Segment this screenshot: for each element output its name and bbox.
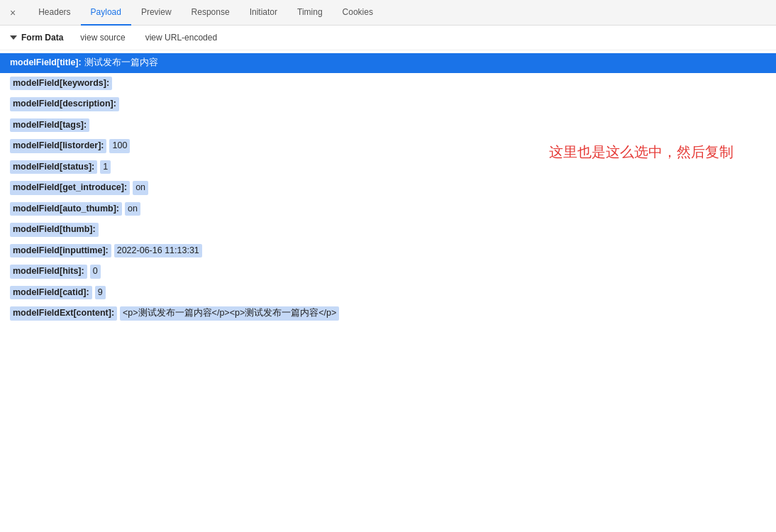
field-key-status: modelField[status]: bbox=[10, 160, 97, 174]
field-value-status: 1 bbox=[100, 160, 111, 174]
field-key-listorder: modelField[listorder]: bbox=[10, 139, 106, 153]
form-row-listorder: modelField[listorder]: 100 bbox=[0, 135, 776, 157]
form-row-hits: modelField[hits]: 0 bbox=[0, 261, 776, 282]
tab-initiator[interactable]: Initiator bbox=[240, 0, 287, 26]
view-url-encoded-link[interactable]: view URL-encoded bbox=[143, 31, 220, 44]
field-key-description: modelField[description]: bbox=[10, 97, 119, 111]
field-key-get-introduce: modelField[get_introduce]: bbox=[10, 181, 130, 195]
tab-timing[interactable]: Timing bbox=[287, 0, 333, 26]
view-source-link[interactable]: view source bbox=[77, 31, 128, 44]
field-value-catid: 9 bbox=[95, 286, 106, 300]
form-row-title: modelField[title]: 测试发布一篇内容 bbox=[0, 53, 776, 73]
field-value-listorder: 100 bbox=[109, 139, 130, 153]
tab-response[interactable]: Response bbox=[182, 0, 240, 26]
field-key-hits: modelField[hits]: bbox=[10, 265, 87, 279]
form-data-label: Form Data bbox=[21, 33, 63, 43]
form-row-content: modelFieldExt[content]: <p>测试发布一篇内容</p><… bbox=[0, 303, 776, 324]
form-row-thumb: modelField[thumb]: bbox=[0, 219, 776, 240]
field-key-auto-thumb: modelField[auto_thumb]: bbox=[10, 202, 122, 216]
form-data-header: Form Data view source view URL-encoded bbox=[0, 26, 776, 50]
form-data-content: 这里也是这么选中，然后复制 modelField[title]: 测试发布一篇内… bbox=[0, 50, 776, 327]
form-row-inputtime: modelField[inputtime]: 2022-06-16 11:13:… bbox=[0, 240, 776, 262]
field-key-thumb: modelField[thumb]: bbox=[10, 223, 99, 237]
field-key-content: modelFieldExt[content]: bbox=[10, 306, 117, 321]
form-row-tags: modelField[tags]: bbox=[0, 115, 776, 136]
form-row-catid: modelField[catid]: 9 bbox=[0, 282, 776, 304]
field-key-title: modelField[title]: bbox=[10, 57, 82, 70]
form-row-auto-thumb: modelField[auto_thumb]: on bbox=[0, 199, 776, 220]
form-row-keywords: modelField[keywords]: bbox=[0, 73, 776, 94]
field-value-get-introduce: on bbox=[133, 181, 148, 195]
tab-headers[interactable]: Headers bbox=[28, 0, 80, 26]
field-key-tags: modelField[tags]: bbox=[10, 118, 89, 133]
field-value-inputtime: 2022-06-16 11:13:31 bbox=[114, 244, 202, 258]
field-value-hits: 0 bbox=[90, 265, 101, 279]
form-row-get-introduce: modelField[get_introduce]: on bbox=[0, 177, 776, 199]
form-row-status: modelField[status]: 1 bbox=[0, 157, 776, 178]
field-value-content: <p>测试发布一篇内容</p><p>测试发布一篇内容</p> bbox=[120, 306, 339, 321]
field-key-catid: modelField[catid]: bbox=[10, 286, 92, 300]
field-key-inputtime: modelField[inputtime]: bbox=[10, 244, 111, 258]
tab-preview[interactable]: Preview bbox=[131, 0, 182, 26]
tab-bar: × Headers Payload Preview Response Initi… bbox=[0, 0, 776, 26]
field-value-title: 测试发布一篇内容 bbox=[84, 57, 158, 70]
field-key-keywords: modelField[keywords]: bbox=[10, 77, 112, 91]
form-data-title: Form Data bbox=[10, 33, 63, 43]
tab-cookies[interactable]: Cookies bbox=[333, 0, 383, 26]
field-value-auto-thumb: on bbox=[125, 202, 140, 216]
form-row-description: modelField[description]: bbox=[0, 94, 776, 115]
collapse-triangle-icon[interactable] bbox=[10, 35, 17, 40]
close-icon[interactable]: × bbox=[6, 6, 20, 20]
tab-payload[interactable]: Payload bbox=[81, 0, 131, 26]
